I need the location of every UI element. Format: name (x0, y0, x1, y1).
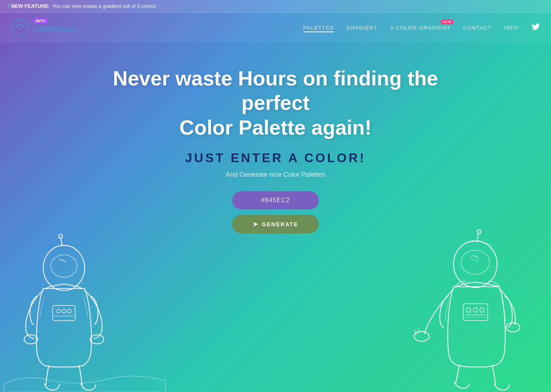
main-nav: PALETTES GRADIENT NEW 3-COLOR-GRADIENT C… (303, 22, 540, 33)
svg-line-10 (61, 238, 62, 246)
svg-point-7 (62, 309, 66, 313)
svg-point-13 (461, 250, 490, 274)
svg-point-4 (90, 335, 104, 344)
astronaut-left (0, 223, 169, 392)
nav-item-info[interactable]: INFO (504, 25, 519, 31)
svg-point-3 (24, 335, 37, 344)
hero-title-line2: Color Palette again! (179, 116, 372, 139)
astronaut-right (362, 223, 551, 392)
nav-item-palettes[interactable]: PALETTES (303, 25, 334, 31)
svg-line-14 (477, 233, 479, 242)
exclamation-icon: ! (8, 3, 9, 9)
logo-name: ColorSpace (33, 24, 77, 33)
announcement-bar: ! NEW FEATURE: You can now create a grad… (0, 0, 551, 13)
twitter-icon[interactable] (531, 22, 540, 33)
feature-label: NEW FEATURE: (11, 3, 50, 9)
logo-area[interactable]: Beta ColorSpace (11, 18, 77, 37)
header: Beta ColorSpace PALETTES GRADIENT NEW 3-… (0, 13, 551, 43)
svg-point-2 (51, 255, 77, 277)
svg-point-6 (56, 309, 60, 313)
main-content: Never waste Hours on finding the perfect… (0, 43, 551, 233)
generate-button[interactable]: ➤ GENERATE (232, 215, 319, 233)
announcement-message: You can now create a gradient out of 3 c… (52, 3, 156, 9)
color-input[interactable] (232, 191, 319, 209)
svg-point-11 (59, 235, 63, 239)
generate-arrow-icon: ➤ (253, 220, 259, 228)
nav-item-gradient[interactable]: GRADIENT (346, 25, 377, 31)
input-area: ➤ GENERATE (232, 191, 319, 233)
generate-label: GENERATE (262, 221, 298, 227)
nav-item-3color-gradient[interactable]: NEW 3-COLOR-GRADIENT (390, 25, 450, 31)
svg-point-21 (480, 308, 484, 312)
beta-badge: Beta (33, 18, 48, 24)
svg-point-16 (414, 331, 429, 341)
sub-text: And Generate nice Color Palettes (226, 171, 325, 179)
svg-point-8 (68, 309, 72, 313)
svg-point-20 (473, 308, 477, 312)
logo-text-wrap: Beta ColorSpace (33, 22, 77, 33)
sub-heading: JUST ENTER A COLOR! (185, 151, 366, 165)
new-badge: NEW (440, 19, 453, 24)
svg-point-12 (453, 241, 497, 287)
hero-title: Never waste Hours on finding the perfect… (106, 66, 445, 140)
svg-point-19 (466, 308, 471, 312)
nav-item-contact[interactable]: CONTACT (463, 25, 492, 31)
hero-title-line1: Never waste Hours on finding the perfect (113, 67, 438, 114)
logo-icon (11, 18, 30, 37)
